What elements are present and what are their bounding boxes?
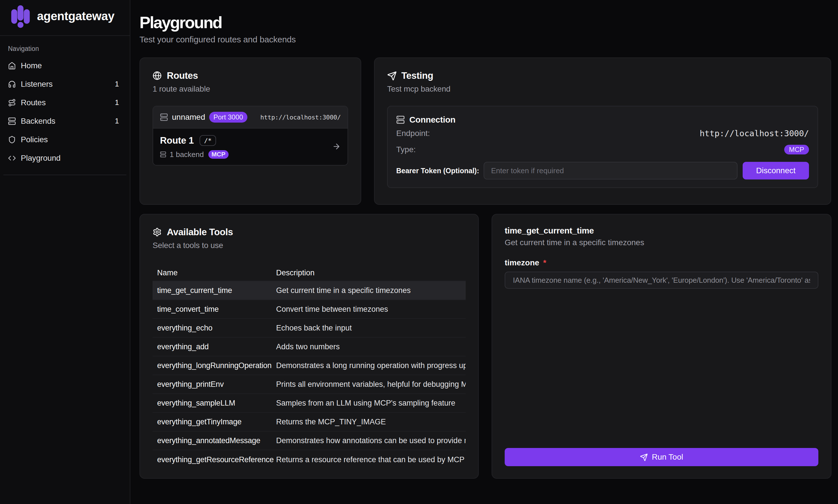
tool-row-everything_echo[interactable]: everything_echo Echoes back the input <box>153 319 466 338</box>
timezone-input[interactable] <box>505 272 818 289</box>
routes-card-subtitle: 1 route available <box>153 84 348 94</box>
tool-runner-card: time_get_current_time Get current time i… <box>492 214 832 479</box>
tool-name: everything_sampleLLM <box>153 399 274 408</box>
send-icon <box>387 71 396 80</box>
tool-description: Samples from an LLM using MCP's sampling… <box>274 399 466 408</box>
tool-runner-subtitle: Get current time in a specific timezones <box>505 238 818 248</box>
tool-description: Demonstrates a long running operation wi… <box>274 361 466 370</box>
tool-name: everything_printEnv <box>153 380 274 389</box>
brand[interactable]: agentgateway <box>0 0 130 36</box>
tool-description: Prints all environment variables, helpfu… <box>274 380 466 389</box>
sidebar-item-home[interactable]: Home <box>0 56 130 75</box>
tools-table: Name Description time_get_current_time G… <box>153 265 466 469</box>
tool-description: Returns a resource reference that can be… <box>274 455 466 464</box>
sidebar-item-backends[interactable]: Backends 1 <box>0 112 130 130</box>
sidebar-item-label: Home <box>21 61 42 70</box>
sidebar-item-playground[interactable]: Playground <box>0 149 130 167</box>
bearer-token-label: Bearer Token (Optional): <box>396 167 479 175</box>
port-badge: Port 3000 <box>209 112 247 123</box>
tool-name: everything_getTinyImage <box>153 417 274 426</box>
sidebar-item-count: 1 <box>115 79 119 88</box>
brand-logo-icon <box>11 4 30 28</box>
sidebar-item-label: Listeners <box>21 79 53 89</box>
sidebar-item-routes[interactable]: Routes 1 <box>0 93 130 112</box>
run-tool-button[interactable]: Run Tool <box>505 448 818 466</box>
page-title: Playground <box>139 13 832 32</box>
tool-name: time_convert_time <box>153 305 274 314</box>
nav-section-label: Navigation <box>0 44 130 56</box>
tool-row-time_get_current_time[interactable]: time_get_current_time Get current time i… <box>153 281 466 300</box>
sidebar-item-listeners[interactable]: Listeners 1 <box>0 75 130 93</box>
sidebar-item-policies[interactable]: Policies <box>0 130 130 149</box>
tool-description: Convert time between timezones <box>274 305 466 314</box>
tool-row-time_convert_time[interactable]: time_convert_time Convert time between t… <box>153 300 466 319</box>
globe-icon <box>153 71 162 80</box>
page-subtitle: Test your configured routes and backends <box>139 34 832 45</box>
gear-icon <box>153 228 162 237</box>
home-icon <box>8 62 16 70</box>
routes-card: Routes 1 route available unnamed Port 30… <box>139 57 361 205</box>
endpoint-value: http://localhost:3000/ <box>700 129 809 138</box>
tool-description: Returns the MCP_TINY_IMAGE <box>274 417 466 426</box>
listener-name: unnamed <box>172 113 205 122</box>
run-tool-label: Run Tool <box>652 452 683 462</box>
main-content: Playground Test your configured routes a… <box>130 0 838 504</box>
tools-table-header: Name Description <box>153 265 466 281</box>
listener-group: unnamed Port 3000 http://localhost:3000/… <box>153 106 348 165</box>
tool-name: everything_echo <box>153 324 274 332</box>
tool-description: Demonstrates how annotations can be used… <box>274 436 466 445</box>
server-icon <box>8 117 16 125</box>
tool-row-everything_longRunningOperation[interactable]: everything_longRunningOperation Demonstr… <box>153 356 466 375</box>
tool-name: everything_longRunningOperation <box>153 361 274 370</box>
server-icon <box>160 113 168 121</box>
tool-description: Get current time in a specific timezones <box>274 286 466 295</box>
type-badge: MCP <box>784 145 809 155</box>
code-icon <box>8 154 16 162</box>
testing-card-title: Testing <box>401 70 433 81</box>
required-asterisk: * <box>543 258 546 267</box>
server-icon <box>396 115 405 124</box>
sidebar-item-label: Routes <box>21 98 46 107</box>
sidebar-item-label: Policies <box>21 135 48 144</box>
tool-row-everything_getResourceReference[interactable]: everything_getResourceReference Returns … <box>153 450 466 469</box>
sidebar-item-label: Backends <box>21 116 55 126</box>
column-header-name: Name <box>153 269 274 277</box>
tool-row-everything_sampleLLM[interactable]: everything_sampleLLM Samples from an LLM… <box>153 394 466 413</box>
sidebar-item-label: Playground <box>21 154 60 163</box>
sidebar-item-count: 1 <box>115 116 119 125</box>
tool-name: everything_getResourceReference <box>153 455 274 464</box>
timezone-field-label: timezone <box>505 258 539 267</box>
tool-runner-title: time_get_current_time <box>505 225 818 236</box>
route-name: Route 1 <box>160 135 194 146</box>
sidebar: agentgateway Navigation Home Listeners 1… <box>0 0 130 504</box>
testing-card-subtitle: Test mcp backend <box>387 84 818 94</box>
disconnect-button[interactable]: Disconnect <box>743 162 809 179</box>
tool-row-everything_printEnv[interactable]: everything_printEnv Prints all environme… <box>153 375 466 394</box>
tools-card-title: Available Tools <box>167 227 233 237</box>
tool-name: time_get_current_time <box>153 286 274 295</box>
sidebar-nav: Navigation Home Listeners 1 Routes 1 <box>0 36 130 175</box>
headphones-icon <box>8 80 16 88</box>
bearer-token-input[interactable] <box>484 162 737 179</box>
tool-description: Echoes back the input <box>274 324 466 332</box>
endpoint-label: Endpoint: <box>396 129 430 138</box>
server-icon <box>160 151 166 158</box>
route-item[interactable]: Route 1 /* 1 backend MCP <box>153 129 348 165</box>
tool-row-everything_annotatedMessage[interactable]: everything_annotatedMessage Demonstrates… <box>153 431 466 450</box>
listener-header: unnamed Port 3000 http://localhost:3000/ <box>153 106 348 129</box>
shield-icon <box>8 136 16 144</box>
tool-row-everything_getTinyImage[interactable]: everything_getTinyImage Returns the MCP_… <box>153 413 466 431</box>
mcp-badge: MCP <box>208 150 229 159</box>
testing-card: Testing Test mcp backend Connection Endp… <box>374 57 831 205</box>
connection-title: Connection <box>409 115 455 125</box>
connection-panel: Connection Endpoint: http://localhost:30… <box>387 106 818 188</box>
listener-url: http://localhost:3000/ <box>260 114 341 121</box>
available-tools-card: Available Tools Select a tools to use Na… <box>139 214 479 479</box>
tool-name: everything_annotatedMessage <box>153 436 274 445</box>
tool-row-everything_add[interactable]: everything_add Adds two numbers <box>153 338 466 356</box>
sidebar-item-count: 1 <box>115 98 119 107</box>
tool-description: Adds two numbers <box>274 342 466 351</box>
routes-card-title: Routes <box>167 70 198 81</box>
brand-name: agentgateway <box>37 10 115 23</box>
send-icon <box>640 453 647 461</box>
